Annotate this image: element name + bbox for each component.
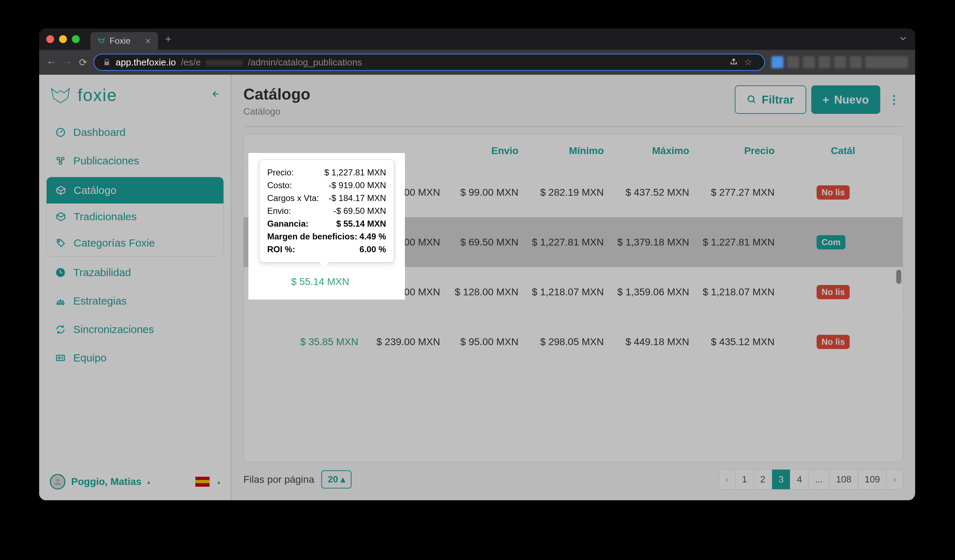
maximize-window-button[interactable] — [72, 35, 80, 43]
td-envio: $ 128.00 MXN — [446, 286, 525, 298]
sidebar-item-label: Tradicionales — [74, 211, 137, 223]
fox-icon — [97, 37, 105, 45]
reload-button[interactable]: ⟳ — [79, 56, 87, 68]
user-name[interactable]: Poggio, Matias — [71, 476, 142, 487]
sidebar-item-sincronizaciones[interactable]: Sincronizaciones — [46, 316, 224, 343]
close-window-button[interactable] — [46, 35, 54, 43]
page-button[interactable]: 3 — [772, 469, 790, 489]
sidebar-item-catalogo[interactable]: Catálogo — [47, 177, 224, 203]
rows-per-page-label: Filas por página — [243, 474, 314, 485]
bookmark-icon[interactable]: ☆ — [744, 56, 752, 68]
catalog-icon — [55, 185, 67, 196]
td-envio: $ 69.50 MXN — [446, 236, 525, 248]
svg-point-12 — [748, 96, 754, 102]
th-precio[interactable]: Precio — [696, 145, 781, 156]
page-button[interactable]: 4 — [790, 469, 808, 489]
tab-bar: Foxie × + — [39, 28, 915, 50]
extension-icon[interactable] — [772, 56, 783, 68]
share-icon[interactable] — [729, 56, 738, 68]
status-badge: No lis — [817, 285, 850, 299]
flag-spain[interactable] — [195, 477, 210, 487]
td-badge: No lis — [781, 285, 881, 299]
svg-point-4 — [58, 241, 60, 242]
extension-icon[interactable] — [865, 56, 908, 68]
sidebar-item-label: Categorías Foxie — [74, 237, 155, 249]
tooltip-row: Costo:-$ 919.00 MXN — [267, 179, 386, 192]
plus-icon: + — [823, 93, 830, 106]
sidebar-footer: Poggio, Matias ▴ ▴ — [39, 467, 231, 500]
extension-icon[interactable] — [834, 56, 846, 68]
td-max: $ 1,359.06 MXN — [610, 286, 696, 298]
url-domain: app.thefoxie.io — [116, 57, 176, 68]
status-badge: No lis — [817, 185, 850, 200]
th-catalogo[interactable]: Catál — [781, 145, 881, 156]
extension-icon[interactable] — [850, 56, 862, 68]
td-max: $ 437.52 MXN — [610, 187, 696, 198]
extension-icon[interactable] — [787, 56, 799, 68]
back-button[interactable]: ← — [46, 56, 56, 68]
url-bar: ← → ⟳ app.thefoxie.io/es/exxxxxxxx/admin… — [39, 50, 915, 75]
extension-icon[interactable] — [818, 56, 830, 68]
page-button[interactable]: 108 — [830, 469, 858, 489]
sidebar-item-estrategias[interactable]: Estrategias — [46, 288, 224, 314]
new-button[interactable]: + Nuevo — [811, 85, 880, 114]
tabs-menu-button[interactable] — [898, 33, 908, 45]
extension-icon[interactable] — [803, 56, 815, 68]
tooltip-row: Precio:$ 1,227.81 MXN — [267, 166, 386, 179]
th-envio[interactable]: Envio — [446, 145, 525, 156]
page-button[interactable]: 109 — [858, 469, 887, 489]
url-mid: /es/e — [181, 57, 201, 68]
svg-point-11 — [56, 479, 59, 482]
td-precio: $ 277.27 MXN — [696, 187, 781, 198]
avatar[interactable] — [50, 474, 66, 490]
sidebar-item-equipo[interactable]: Equipo — [46, 345, 224, 371]
scrollbar-vertical[interactable] — [896, 270, 901, 284]
new-label: Nuevo — [834, 93, 869, 106]
tooltip-highlight-zone: Precio:$ 1,227.81 MXN Costo:-$ 919.00 MX… — [248, 153, 405, 300]
sidebar-item-categorias[interactable]: Categorías Foxie — [47, 230, 224, 256]
forward-button[interactable]: → — [63, 56, 73, 68]
page-next-button[interactable]: › — [887, 469, 903, 489]
sidebar-item-tradicionales[interactable]: Tradicionales — [47, 203, 224, 230]
td-gain: $ 35.85 MXN — [244, 336, 365, 347]
breadcrumb: Catálogo — [243, 106, 310, 117]
minimize-window-button[interactable] — [59, 35, 67, 43]
pagination: ‹ 1 2 3 4 ... 108 109 › — [719, 469, 903, 490]
more-button[interactable]: ⋮ — [885, 85, 903, 114]
filter-button[interactable]: Filtrar — [735, 85, 806, 114]
svg-point-6 — [57, 303, 59, 305]
td-min: $ 298.05 MXN — [525, 336, 610, 347]
chevron-up-icon: ▴ — [341, 474, 345, 485]
new-tab-button[interactable]: + — [165, 33, 172, 45]
sidebar-item-label: Equipo — [73, 352, 106, 364]
header-actions: Filtrar + Nuevo ⋮ — [735, 85, 903, 114]
filter-label: Filtrar — [762, 93, 794, 106]
price-breakdown-tooltip: Precio:$ 1,227.81 MXN Costo:-$ 919.00 MX… — [259, 160, 394, 263]
th-maximo[interactable]: Máximo — [610, 145, 696, 156]
sidebar-item-label: Publicaciones — [73, 155, 139, 167]
url-suffix: /admin/catalog_publications — [248, 57, 362, 68]
extension-icons — [772, 56, 908, 68]
sync-icon — [55, 324, 66, 335]
nav-list: Dashboard Publicaciones Catálogo Tradici… — [39, 116, 231, 375]
close-tab-button[interactable]: × — [146, 36, 151, 47]
td-envio: $ 95.00 MXN — [446, 336, 525, 347]
tooltip-row: Envio:-$ 69.50 MXN — [267, 205, 386, 217]
page-button[interactable]: 2 — [754, 469, 772, 489]
sidebar-item-trazabilidad[interactable]: Trazabilidad — [46, 260, 224, 286]
collapse-sidebar-button[interactable] — [210, 89, 220, 102]
browser-tab[interactable]: Foxie × — [90, 32, 158, 50]
sidebar-header: foxie — [39, 75, 231, 116]
address-bar[interactable]: app.thefoxie.io/es/exxxxxxxx/admin/catal… — [94, 54, 765, 71]
highlighted-gain: $ 55.14 MXN — [291, 276, 349, 288]
team-icon — [55, 352, 66, 364]
page-prev-button[interactable]: ‹ — [719, 469, 736, 489]
sidebar-item-publicaciones[interactable]: Publicaciones — [46, 148, 224, 174]
rows-per-page-select[interactable]: 20 ▴ — [321, 470, 352, 488]
table-row[interactable]: $ 35.85 MXN $ 239.00 MXN $ 95.00 MXN $ 2… — [244, 317, 903, 366]
svg-point-3 — [59, 162, 62, 165]
tag-icon — [55, 237, 67, 249]
sidebar-item-dashboard[interactable]: Dashboard — [46, 119, 224, 145]
th-minimo[interactable]: Mínimo — [525, 145, 610, 156]
page-button[interactable]: 1 — [736, 469, 754, 489]
